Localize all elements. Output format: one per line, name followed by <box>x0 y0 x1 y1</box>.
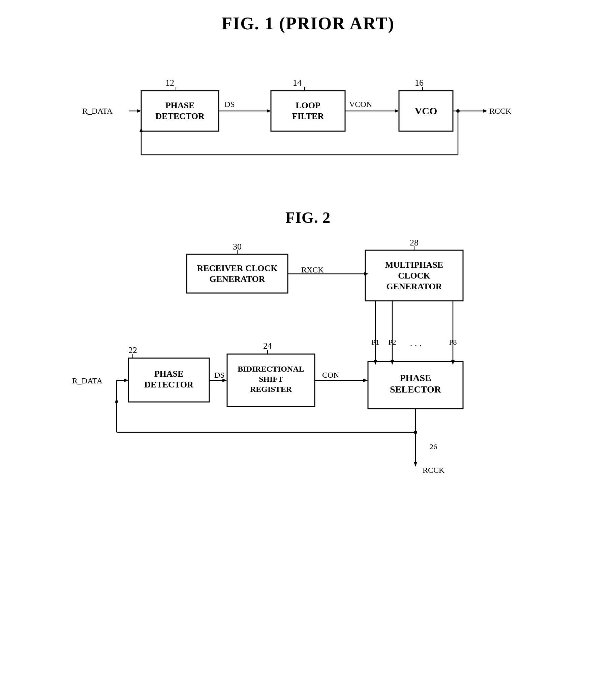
mcg-label1: MULTIPHASE <box>385 260 443 270</box>
r-data2-label: R_DATA <box>72 376 103 385</box>
pd2-label2: DETECTOR <box>144 380 193 390</box>
ref24: 24 <box>263 341 272 351</box>
rcg-label2: GENERATOR <box>209 274 265 284</box>
svg-marker-31 <box>223 379 227 382</box>
fig2-title: FIG. 2 <box>286 209 330 226</box>
ref14: 14 <box>293 78 302 88</box>
rcck-label: RCCK <box>489 107 512 115</box>
ref30: 30 <box>233 242 242 252</box>
rxck-label: RXCK <box>301 265 324 274</box>
fig2-diagram: 30 RECEIVER CLOCK GENERATOR 28 MULTIPHAS… <box>72 240 544 476</box>
ref22: 22 <box>128 345 137 355</box>
ds-label: DS <box>224 100 235 109</box>
pd2-label1: PHASE <box>154 369 184 379</box>
fig2-area: 30 RECEIVER CLOCK GENERATOR 28 MULTIPHAS… <box>72 240 544 476</box>
svg-marker-51 <box>115 398 118 402</box>
bsr-label2: SHIFT <box>259 375 283 383</box>
bsr-label3: REGISTER <box>250 385 292 394</box>
phase-det-label2: DETECTOR <box>155 111 205 121</box>
phase-det-label: PHASE <box>165 100 195 110</box>
svg-marker-35 <box>363 379 368 382</box>
svg-marker-4 <box>137 109 141 113</box>
fig1-diagram: 12 14 16 R_DATA PHASE DETECTOR DS LOOP F… <box>72 53 544 182</box>
ds2-label: DS <box>214 370 225 379</box>
loop-filter-label: LOOP <box>295 100 321 110</box>
ref12: 12 <box>165 78 174 88</box>
vco-label: VCO <box>415 105 437 116</box>
ps-label1: PHASE <box>400 373 431 383</box>
mcg-label2: CLOCK <box>398 271 430 281</box>
r-data-label: R_DATA <box>82 107 113 115</box>
fig1-title: FIG. 1 (PRIOR ART) <box>222 14 394 33</box>
ref16: 16 <box>415 78 424 88</box>
vcon-label: VCON <box>349 100 372 109</box>
fig1-area: 12 14 16 R_DATA PHASE DETECTOR DS LOOP F… <box>72 53 544 182</box>
mcg-label3: GENERATOR <box>386 282 442 291</box>
con-label: CON <box>322 370 339 379</box>
svg-marker-10 <box>395 109 399 113</box>
svg-marker-28 <box>124 379 128 382</box>
bsr-label1: BIDIRECTIONAL <box>238 365 304 373</box>
svg-marker-44 <box>414 462 417 467</box>
svg-rect-21 <box>187 254 288 293</box>
dots-label: . . . <box>410 338 422 348</box>
svg-marker-15 <box>483 109 487 113</box>
svg-rect-8 <box>271 91 345 131</box>
svg-rect-5 <box>141 91 219 131</box>
rcck2-label: RCCK <box>423 466 445 474</box>
ps-label2: SELECTOR <box>390 384 441 395</box>
svg-marker-7 <box>267 109 271 113</box>
ref26-label: 26 <box>429 442 437 451</box>
fig1-svg: 12 14 16 R_DATA PHASE DETECTOR DS LOOP F… <box>72 53 544 182</box>
rcg-label1: RECEIVER CLOCK <box>197 263 278 273</box>
fig2-svg: 30 RECEIVER CLOCK GENERATOR 28 MULTIPHAS… <box>72 240 544 486</box>
loop-filter-label2: FILTER <box>292 111 324 121</box>
